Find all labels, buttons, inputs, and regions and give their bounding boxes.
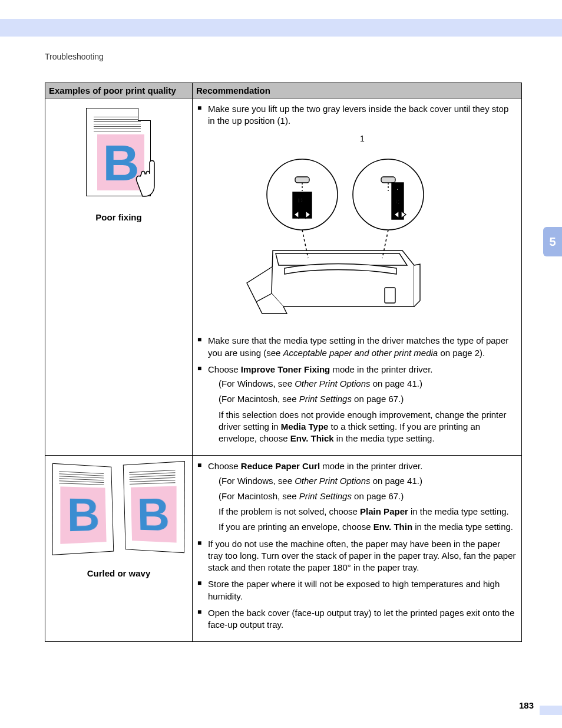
rec-text: on page 2). — [438, 348, 485, 358]
rec-text: (For Windows, see — [219, 378, 295, 388]
svg-rect-0 — [385, 288, 395, 303]
rec-bullet: Open the back cover (face-up output tray… — [197, 607, 517, 631]
page-number: 183 — [519, 700, 534, 710]
chapter-tab: 5 — [543, 227, 562, 256]
rec-text: mode in the printer driver. — [320, 461, 422, 471]
svg-text:B: B — [298, 197, 303, 204]
rec-text: (For Macintosh, see — [219, 491, 299, 501]
hand-pointer-icon — [125, 156, 159, 197]
callout-number: 1 — [208, 133, 517, 144]
rec-text: If the problem is not solved, choose — [219, 506, 360, 516]
rec-bold: Media Type — [281, 421, 329, 431]
header-band — [0, 19, 562, 37]
rec-bold: Env. Thin — [373, 522, 412, 532]
rec-bold: Reduce Paper Curl — [241, 461, 320, 471]
rec-text: on page 67.) — [352, 491, 404, 501]
printer-diagram: B A B — [243, 147, 444, 330]
rec-text: Choose — [208, 461, 241, 471]
rec-bold: Improve Toner Fixing — [241, 364, 330, 374]
svg-text:A: A — [395, 188, 399, 195]
example-caption: Poor fixing — [50, 212, 187, 223]
rec-bullet: If you do not use the machine often, the… — [197, 538, 517, 574]
rec-bullet: Make sure that the media type setting in… — [197, 335, 517, 359]
rec-text: mode in the printer driver. — [330, 364, 432, 374]
doc-link[interactable]: Acceptable paper and other print media — [283, 348, 438, 358]
rec-text: Store the paper where it will not be exp… — [208, 579, 500, 601]
doc-link[interactable]: Other Print Options — [295, 476, 370, 486]
rec-text: Make sure you lift up the two gray lever… — [208, 104, 508, 126]
rec-bullet: Store the paper where it will not be exp… — [197, 578, 517, 602]
table-row: B Poor fixing Make sure you lift up the … — [45, 98, 522, 456]
rec-bullet: Choose Improve Toner Fixing mode in the … — [197, 364, 517, 445]
rec-text: in the media type setting. — [334, 433, 435, 443]
rec-text: in the media type setting. — [408, 506, 509, 516]
rec-text: (For Windows, see — [219, 476, 295, 486]
letter-b-icon: B — [137, 492, 170, 538]
illustration-curled-wavy: B B — [51, 464, 186, 564]
rec-text: on page 67.) — [352, 394, 404, 404]
table-header-recommendation: Recommendation — [192, 83, 521, 98]
letter-b-icon: B — [67, 492, 101, 539]
table-row: B B Curled or wavy Choose Reduce Paper C… — [45, 456, 522, 642]
rec-bullet: Choose Reduce Paper Curl mode in the pri… — [197, 460, 517, 533]
rec-text: (For Macintosh, see — [219, 394, 299, 404]
rec-text: If you are printing an envelope, choose — [219, 522, 373, 532]
rec-text: in the media type setting. — [412, 522, 513, 532]
rec-text: on page 41.) — [371, 378, 422, 388]
quality-table: Examples of poor print quality Recommend… — [45, 83, 522, 642]
doc-link[interactable]: Other Print Options — [295, 378, 370, 388]
rec-text: on page 41.) — [371, 476, 422, 486]
rec-text: Choose — [208, 364, 241, 374]
svg-text:B: B — [395, 199, 399, 205]
svg-rect-8 — [381, 177, 395, 183]
rec-text: Open the back cover (face-up output tray… — [208, 608, 514, 630]
rec-bold: Env. Thick — [290, 433, 334, 443]
svg-rect-5 — [295, 177, 309, 183]
rec-bold: Plain Paper — [360, 506, 408, 516]
example-caption: Curled or wavy — [50, 568, 187, 579]
illustration-poor-fixing: B — [80, 108, 157, 208]
doc-link[interactable]: Print Settings — [299, 394, 352, 404]
breadcrumb: Troubleshooting — [45, 52, 104, 61]
doc-link[interactable]: Print Settings — [299, 491, 352, 501]
table-header-examples: Examples of poor print quality — [45, 83, 193, 98]
footer-accent — [540, 706, 562, 715]
rec-text: If you do not use the machine often, the… — [208, 539, 516, 573]
svg-point-2 — [353, 159, 424, 230]
rec-bullet: Make sure you lift up the two gray lever… — [197, 103, 517, 330]
